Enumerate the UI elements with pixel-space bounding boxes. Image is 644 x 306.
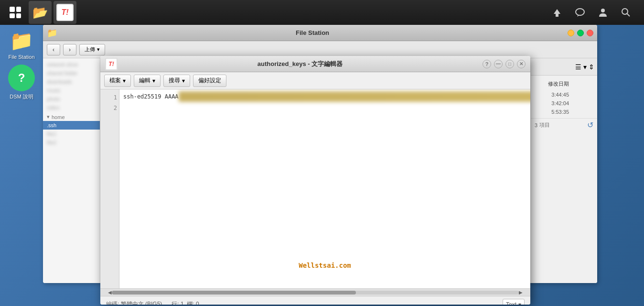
fs-right-date-3: 3:42:04	[533, 99, 571, 108]
sidebar-item-file-station[interactable]: 📁 File Station	[8, 30, 34, 60]
fs-window-title: File Station	[60, 29, 565, 36]
te-scrollbar-thumb[interactable]	[112, 291, 356, 295]
te-line-num-1: 1	[102, 92, 117, 103]
te-search-menu-arrow: ▾	[182, 77, 185, 84]
fs-home-arrow: ▾	[47, 114, 50, 120]
fs-upload-label: 上傳	[85, 46, 95, 53]
fs-sort-icon[interactable]: ⇕	[589, 63, 594, 71]
taskbar-text-editor[interactable]: T!	[54, 1, 76, 24]
fs-sidebar-blur-7[interactable]: file1	[43, 130, 100, 138]
te-help-btn[interactable]: ?	[483, 60, 491, 68]
fs-sidebar-blur-1[interactable]: network drive	[43, 60, 100, 69]
te-line-num-2: 2	[102, 103, 117, 113]
dsm-help-icon-circle: ?	[8, 65, 35, 91]
svg-line-5	[627, 14, 630, 17]
te-search-menu-label: 搜尋	[169, 76, 180, 85]
fs-titlebar-icon: 📁	[47, 28, 57, 38]
fs-sidebar: network drive shared folder downloads mu…	[43, 58, 100, 283]
fs-forward-btn[interactable]: ›	[63, 44, 76, 55]
search-icon-btn[interactable]	[617, 4, 634, 21]
te-maximize-btn[interactable]: □	[505, 60, 514, 68]
sidebar-item-dsm-help[interactable]: ? DSM 說明	[8, 65, 35, 100]
fs-sidebar-blur-6[interactable]: video	[43, 103, 100, 112]
fs-right-toolbar: ☰ ▾ ⇕	[531, 58, 597, 76]
taskbar: 📂 T!	[0, 0, 644, 25]
dsm-help-label: DSM 說明	[10, 93, 33, 100]
fs-view-toggle-icon[interactable]: ▾	[583, 63, 587, 71]
fs-sidebar-blur-2[interactable]: shared folder	[43, 69, 100, 77]
te-language-select[interactable]: Text ▾	[503, 299, 525, 305]
fs-sidebar-home-section: ▾ home	[43, 112, 100, 121]
te-horizontal-scrollbar[interactable]: ◀ ▶	[100, 288, 530, 296]
fs-refresh-icon[interactable]: ↺	[587, 120, 593, 130]
fs-sidebar-blur-4[interactable]: music	[43, 86, 100, 95]
te-minimize-btn[interactable]: —	[494, 60, 503, 68]
fs-close-btn[interactable]: ✕	[587, 30, 593, 36]
file-station-label: File Station	[8, 54, 34, 60]
fs-sidebar-blur-3[interactable]: downloads	[43, 77, 100, 86]
taskbar-launcher[interactable]	[4, 1, 27, 24]
fs-upload-btn[interactable]: 上傳 ▾	[79, 44, 105, 55]
te-edit-menu-label: 編輯	[139, 76, 150, 85]
te-line-numbers: 1 2	[100, 89, 119, 288]
te-window-title: authorized_keys - 文字編輯器	[121, 60, 479, 68]
te-language-label: Text	[506, 301, 516, 305]
chat-icon-btn[interactable]	[571, 4, 589, 21]
taskbar-file-station[interactable]: 📂	[29, 1, 52, 24]
grid-dot-4	[16, 13, 21, 19]
fs-sidebar-ssh[interactable]: .ssh	[43, 121, 100, 130]
te-code-line-2	[123, 102, 526, 112]
te-file-menu[interactable]: 檔案 ▾	[104, 75, 131, 87]
te-prefs-menu-label: 偏好設定	[198, 76, 221, 85]
te-edit-menu[interactable]: 編輯 ▾	[134, 75, 161, 87]
te-close-btn[interactable]: ✕	[517, 60, 526, 68]
te-edit-menu-arrow: ▾	[152, 77, 155, 84]
te-scrollbar-track[interactable]	[112, 291, 519, 295]
taskbar-apps: 📂 T!	[4, 1, 548, 24]
fs-sidebar-blur-8[interactable]: file2	[43, 138, 100, 147]
te-position: 行: 1, 欄: 0	[172, 300, 199, 305]
svg-point-3	[601, 9, 605, 12]
te-content-area[interactable]: ssh-ed25519 AAAA jfuth1HpO4xFX+MgcU well…	[119, 89, 530, 288]
svg-point-1	[576, 9, 584, 15]
upload-icon	[552, 7, 562, 18]
user-icon-btn[interactable]	[594, 4, 612, 21]
te-line1-blurred	[179, 91, 530, 102]
fs-item-label: 項目	[539, 121, 550, 129]
fs-right-date-2: 3:44:45	[533, 90, 571, 99]
te-encoding: 編碼: 繁體中文 (BIG5)	[106, 300, 162, 305]
te-prefs-menu[interactable]: 偏好設定	[193, 75, 226, 87]
te-file-menu-label: 檔案	[109, 76, 121, 85]
fs-right-date-1: 修改日期	[533, 77, 571, 90]
fs-sidebar-blur-5[interactable]: photo	[43, 95, 100, 103]
te-language-arrow: ▾	[518, 301, 521, 305]
taskbar-icons-right	[548, 4, 640, 21]
te-file-menu-arrow: ▾	[123, 77, 126, 84]
te-status-right: Text ▾	[503, 299, 525, 305]
dsm-help-icon: ?	[18, 71, 25, 85]
grid-dot-1	[10, 7, 15, 12]
grid-dot-2	[16, 7, 21, 12]
file-station-folder-icon: 📁	[10, 30, 33, 52]
upload-icon-btn[interactable]	[548, 4, 566, 21]
desktop: 📁 File Station ? DSM 說明 📁 File Station —…	[0, 25, 644, 306]
te-scroll-right-arrow[interactable]: ▶	[519, 290, 523, 295]
te-body: 1 2 ssh-ed25519 AAAA	[100, 89, 530, 288]
te-scroll-left-arrow[interactable]: ◀	[108, 290, 112, 295]
fs-footer: 3 項目 ↺	[531, 118, 597, 131]
fs-maximize-btn[interactable]: □	[577, 30, 584, 36]
text-editor-window: T! authorized_keys - 文字編輯器 ? — □ ✕ 檔案 ▾ …	[100, 56, 530, 305]
fs-dates-panel: 修改日期 3:44:45 3:42:04 5:53:35	[531, 76, 597, 118]
fs-minimize-btn[interactable]: —	[568, 30, 574, 36]
fs-right-date-4: 5:53:35	[533, 108, 571, 116]
te-app-icon-label: T!	[108, 61, 114, 67]
te-search-menu[interactable]: 搜尋 ▾	[163, 75, 190, 87]
te-line1-start: ssh-ed25519 AAAA	[123, 93, 179, 100]
te-toolbar: 檔案 ▾ 編輯 ▾ 搜尋 ▾ 偏好設定	[100, 72, 530, 89]
svg-marker-0	[554, 9, 560, 17]
te-window-buttons: ? — □ ✕	[483, 60, 526, 68]
fs-back-btn[interactable]: ‹	[47, 44, 60, 55]
te-code-line-1: ssh-ed25519 AAAA jfuth1HpO4xFX+MgcU well…	[123, 91, 526, 102]
fs-view-list-icon[interactable]: ☰	[575, 63, 581, 71]
svg-point-4	[622, 9, 628, 14]
